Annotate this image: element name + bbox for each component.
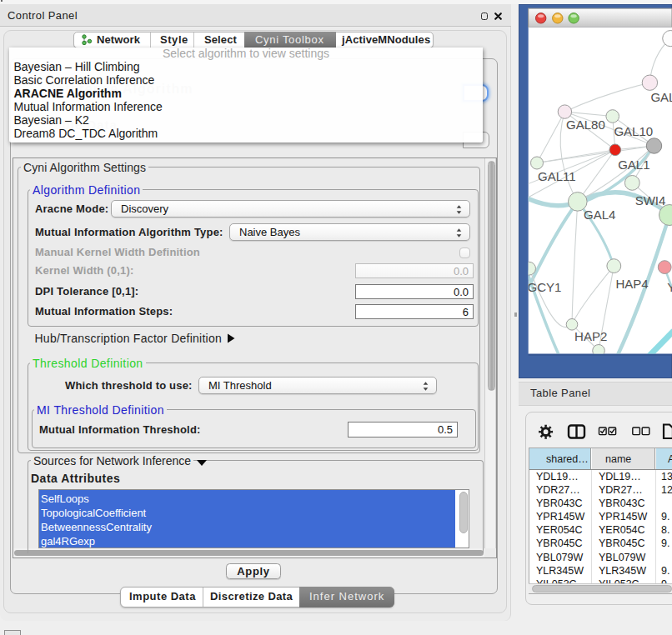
svg-text:Y: Y [667, 280, 672, 294]
svg-text:HAP2: HAP2 [574, 329, 607, 343]
svg-text:SWI4: SWI4 [635, 193, 666, 208]
svg-text:GAL4: GAL4 [584, 208, 615, 222]
svg-text:HAP4: HAP4 [615, 277, 648, 291]
svg-text:GCY1: GCY1 [528, 280, 562, 294]
svg-text:GAL10: GAL10 [614, 124, 653, 138]
svg-text:GAL: GAL [650, 90, 672, 104]
svg-text:GAL80: GAL80 [566, 118, 605, 132]
svg-text:GAL11: GAL11 [538, 169, 576, 183]
svg-text:GAL1: GAL1 [618, 158, 649, 172]
